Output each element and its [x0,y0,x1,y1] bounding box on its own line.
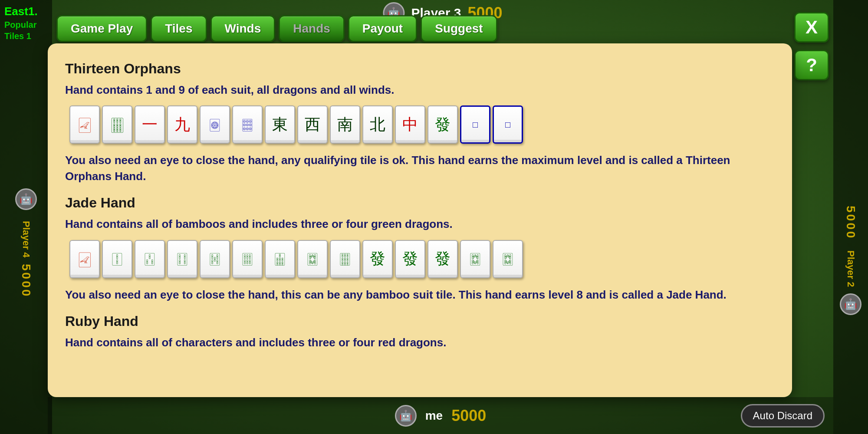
jade-hand-note: You also need an eye to close the hand, … [65,287,775,302]
thirteen-orphans-desc: Hand contains 1 and 9 of each suit, all … [65,82,775,98]
tile-bamboo1: 🀐 [69,105,100,144]
thirteen-orphans-section: Thirteen Orphans Hand contains 1 and 9 o… [65,61,775,184]
tile-circle9: 🀡 [232,105,263,144]
close-button[interactable]: X [794,12,829,43]
tile-char1: 一 [135,105,165,144]
nav-buttons: Game Play Tiles Winds Hands Payout Sugge… [56,15,497,42]
jade-tile-9: 🀘 [330,240,360,278]
tile-char9: 九 [167,105,197,144]
suggest-button[interactable]: Suggest [421,15,497,42]
jade-tile-8: 🀗 [297,240,328,278]
content-panel: Thirteen Orphans Hand contains 1 and 9 o… [48,43,792,397]
me-avatar: 🤖 [395,405,417,427]
jade-tile-eye1: 🀗 [460,240,490,278]
tile-bamboo9: 🀘 [102,105,132,144]
jade-tile-green1: 發 [362,240,393,278]
ruby-hand-desc: Hand contains all of characters and incl… [65,335,775,350]
jade-tile-5: 🀔 [200,240,230,278]
left-sidebar: East1. Popular Tiles 1 🤖 Player 4 5000 [0,0,52,434]
jade-tile-3: 🀒 [135,240,165,278]
bottom-bar: 🤖 me 5000 Auto Discard [48,397,833,434]
player2-avatar: 🤖 [840,293,861,315]
player4-score: 5000 [19,264,33,298]
tile-white-dragon1: □ [460,105,490,144]
ruby-hand-title: Ruby Hand [65,313,775,329]
tiles-button[interactable]: Tiles [151,15,207,42]
help-button[interactable]: ? [794,50,829,80]
jade-tile-eye2: 🀗 [493,240,523,278]
ruby-hand-section: Ruby Hand Hand contains all of character… [65,313,775,350]
tile-south: 南 [330,105,360,144]
jade-tile-7: 🀖 [265,240,295,278]
jade-hand-tiles: 🀐 🀑 🀒 🀓 🀔 🀕 🀖 🀗 🀘 發 發 發 🀗 🀗 [69,240,775,278]
tile-circle1: 🀙 [200,105,230,144]
player4-label: Player 4 [20,221,32,257]
jade-tile-4: 🀓 [167,240,197,278]
thirteen-orphans-note: You also need an eye to close the hand, … [65,152,775,184]
tile-east: 東 [265,105,295,144]
tile-green-dragon: 發 [427,105,458,144]
jade-tile-1: 🀐 [69,240,100,278]
tile-white-dragon2: □ [493,105,523,144]
thirteen-orphans-tiles: 🀐 🀘 一 九 🀙 🀡 東 西 南 北 中 發 □ □ [69,105,775,144]
jade-hand-desc: Hand contains all of bamboos and include… [65,216,775,232]
right-sidebar: 5000 Player 2 🤖 [833,0,868,434]
jade-tile-6: 🀕 [232,240,263,278]
me-label: me [425,409,443,423]
player2-label: Player 2 [845,250,856,287]
player4-avatar: 🤖 [15,188,37,210]
payout-button[interactable]: Payout [348,15,417,42]
east-label: East1. Popular Tiles 1 [4,4,38,42]
jade-hand-title: Jade Hand [65,195,775,211]
thirteen-orphans-title: Thirteen Orphans [65,61,775,77]
tile-red-dragon: 中 [395,105,425,144]
jade-tile-2: 🀑 [102,240,132,278]
jade-tile-green2: 發 [395,240,425,278]
hands-button[interactable]: Hands [279,15,345,42]
jade-hand-section: Jade Hand Hand contains all of bamboos a… [65,195,775,302]
tile-north: 北 [362,105,393,144]
winds-button[interactable]: Winds [210,15,276,42]
tile-west: 西 [297,105,328,144]
me-score: 5000 [451,407,486,425]
player2-score: 5000 [844,206,858,240]
gameplay-button[interactable]: Game Play [56,15,147,42]
auto-discard-button[interactable]: Auto Discard [741,404,825,427]
jade-tile-green3: 發 [427,240,458,278]
